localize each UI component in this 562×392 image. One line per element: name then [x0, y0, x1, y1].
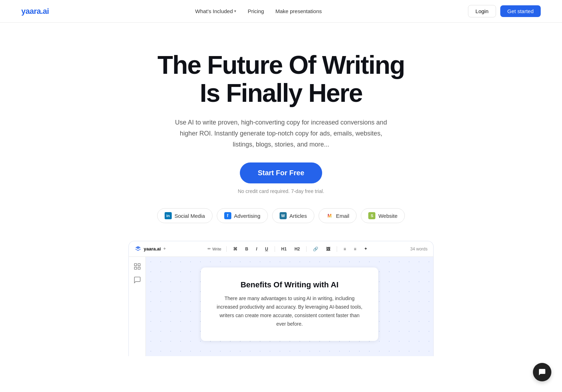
app-logo-icon	[134, 245, 142, 253]
pill-advertising[interactable]: f Advertising	[217, 208, 268, 223]
toolbar-h1[interactable]: H1	[280, 246, 288, 252]
toolbar-italic[interactable]: I	[255, 246, 259, 252]
app-logo: yaara.ai ✦	[134, 245, 166, 253]
gmail-icon: M	[326, 212, 333, 219]
toolbar-link[interactable]: 🔗	[312, 246, 320, 252]
toolbar-list-unordered[interactable]: ≡	[342, 246, 347, 252]
svg-rect-3	[138, 267, 140, 269]
nav-pricing[interactable]: Pricing	[248, 8, 264, 14]
hero-section: The Future Of Writing Is Finally Here Us…	[104, 23, 458, 370]
facebook-icon: f	[224, 212, 231, 219]
pill-email[interactable]: M Email	[319, 208, 357, 223]
hero-note: No credit card required. 7-day free tria…	[238, 188, 324, 194]
logo[interactable]: yaara.ai	[21, 7, 49, 16]
doc-title: Benefits Of Writing with AI	[215, 280, 364, 289]
svg-rect-0	[134, 264, 136, 266]
nav-whats-included[interactable]: What's Included ▾	[195, 8, 236, 14]
pill-website[interactable]: S Website	[361, 208, 405, 223]
linkedin-icon: in	[165, 212, 172, 219]
chevron-down-icon: ▾	[234, 9, 236, 13]
doc-body: There are many advantages to using AI in…	[215, 294, 364, 328]
hero-title: The Future Of Writing Is Finally Here	[158, 51, 405, 107]
app-logo-mark: ✦	[163, 247, 166, 251]
wordpress-icon: W	[280, 212, 287, 219]
pencil-icon: ✏	[208, 247, 211, 251]
toolbar-more[interactable]: ✦	[363, 246, 369, 252]
nav-make-presentations[interactable]: Make presentations	[275, 8, 322, 14]
word-count: 34 words	[410, 247, 428, 252]
app-content: Benefits Of Writing with AI There are ma…	[146, 257, 433, 356]
svg-rect-1	[138, 264, 140, 266]
navbar: yaara.ai What's Included ▾ Pricing Make …	[0, 0, 562, 23]
chat-support-button[interactable]	[533, 363, 551, 381]
pill-articles[interactable]: W Articles	[272, 208, 314, 223]
toolbar-list-ordered[interactable]: ≡	[352, 246, 358, 252]
app-preview: yaara.ai ✦ ✏ Write ⌘ B I U H1 H2 🔗 🖼	[128, 241, 434, 356]
toolbar-divider-2	[275, 246, 275, 252]
app-body: Benefits Of Writing with AI There are ma…	[129, 257, 433, 356]
app-sidebar	[129, 257, 146, 356]
toolbar-underline[interactable]: U	[264, 246, 270, 252]
chat-icon[interactable]	[133, 276, 141, 284]
toolbar-cmd[interactable]: ⌘	[232, 246, 239, 252]
app-bar: yaara.ai ✦ ✏ Write ⌘ B I U H1 H2 🔗 🖼	[129, 241, 433, 257]
get-started-button[interactable]: Get started	[500, 5, 541, 17]
nav-links: What's Included ▾ Pricing Make presentat…	[195, 8, 322, 14]
hero-subtitle: Use AI to write proven, high-converting …	[171, 117, 391, 150]
logo-text: yaara.ai	[21, 7, 49, 16]
start-for-free-button[interactable]: Start For Free	[240, 162, 322, 183]
toolbar-h2[interactable]: H2	[293, 246, 301, 252]
category-pills: in Social Media f Advertising W Articles…	[157, 208, 405, 223]
chat-bubble-icon	[538, 368, 546, 376]
shopify-icon: S	[368, 212, 375, 219]
toolbar: ✏ Write ⌘ B I U H1 H2 🔗 🖼 ≡ ≡ ✦	[172, 246, 404, 252]
toolbar-divider-4	[337, 246, 337, 252]
apps-icon[interactable]	[133, 263, 141, 270]
pill-social-media[interactable]: in Social Media	[157, 208, 213, 223]
toolbar-divider-3	[306, 246, 307, 252]
toolbar-divider-1	[226, 246, 227, 252]
nav-actions: Login Get started	[468, 5, 541, 17]
toolbar-image[interactable]: 🖼	[325, 246, 332, 252]
toolbar-write[interactable]: ✏ Write	[208, 247, 221, 251]
doc-card: Benefits Of Writing with AI There are ma…	[201, 267, 378, 341]
toolbar-bold[interactable]: B	[244, 246, 250, 252]
svg-rect-2	[134, 267, 136, 269]
login-button[interactable]: Login	[468, 5, 496, 17]
